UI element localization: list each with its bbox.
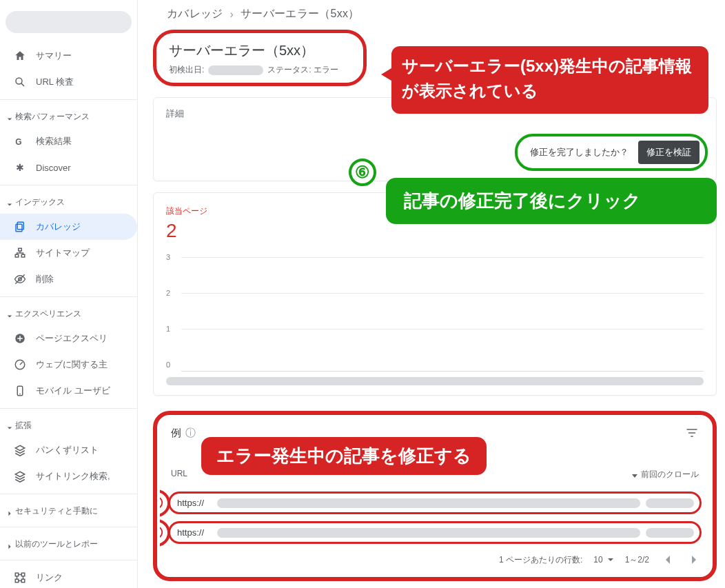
chevron-right-icon (7, 509, 12, 514)
sidebar: サマリー URL 検査 検索パフォーマンス G 検索結果 ✱ Discover … (0, 0, 138, 588)
step-6-badge: ⑥ (349, 159, 376, 186)
section-label: インデックス (15, 196, 65, 208)
help-icon[interactable]: ⓘ (185, 427, 196, 440)
url-redacted (217, 498, 640, 508)
svg-rect-8 (21, 254, 25, 257)
nav-label: ウェブに関する主 (36, 358, 108, 371)
chevron-down-icon (7, 114, 12, 120)
nav-label: 検索結果 (36, 135, 72, 148)
y-tick: 2 (166, 289, 170, 297)
sort-down-icon (631, 472, 638, 478)
layers-icon (14, 444, 26, 456)
divider (0, 408, 137, 409)
nav-section-enhancements[interactable]: 拡張 (0, 413, 137, 437)
svg-rect-5 (16, 224, 22, 232)
crawl-date-redacted (646, 528, 694, 538)
nav-section-performance[interactable]: 検索パフォーマンス (0, 104, 137, 128)
nav-section-legacy[interactable]: 以前のツールとレポー (0, 531, 137, 556)
nav-links[interactable]: リンク (0, 565, 137, 588)
annotation-green-bubble: 記事の修正完了後にクリック (386, 178, 717, 224)
svg-rect-4 (17, 222, 23, 230)
table-row[interactable]: ⑤ https:// (168, 521, 702, 544)
column-url[interactable]: URL (171, 469, 187, 480)
mobile-icon (14, 385, 26, 397)
chart-scrollbar[interactable] (166, 377, 704, 385)
section-label: 拡張 (15, 420, 32, 432)
divider (0, 296, 137, 297)
filter-icon[interactable] (685, 426, 699, 440)
chevron-down-icon (7, 312, 12, 317)
nav-label: サマリー (36, 50, 72, 62)
svg-text:✱: ✱ (16, 163, 24, 173)
chevron-down-icon (7, 423, 12, 429)
table-row[interactable]: ④ https:// (168, 491, 702, 514)
divider (0, 185, 137, 185)
nav-coverage[interactable]: カバレッジ (0, 214, 137, 240)
annotation-list-red: エラー発生中の記事を修正する (201, 437, 487, 475)
nav-summary[interactable]: サマリー (0, 43, 137, 69)
svg-rect-17 (15, 579, 19, 582)
y-tick: 0 (166, 361, 170, 369)
section-label: 以前のツールとレポー (15, 538, 98, 550)
link-icon (14, 571, 26, 584)
next-page-button[interactable] (686, 552, 702, 567)
nav-sitemaps[interactable]: サイトマップ (0, 240, 137, 266)
divider (0, 494, 137, 494)
examples-title: 例 (171, 427, 181, 440)
validate-box: 修正を完了しましたか？ 修正を検証 (515, 134, 708, 171)
nav-label: サイトリンク検索, (36, 470, 110, 483)
url-prefix: https:// (177, 527, 212, 538)
asterisk-icon: ✱ (14, 161, 26, 174)
breadcrumb: カバレッジ › サーバーエラー（5xx） (153, 4, 717, 30)
nav-page-experience[interactable]: ページエクスペリ (0, 325, 137, 352)
y-tick: 1 (166, 325, 170, 333)
nav-breadcrumbs[interactable]: パンくずリスト (0, 437, 137, 463)
nav-section-security[interactable]: セキュリティと手動に (0, 498, 137, 523)
nav-core-web-vitals[interactable]: ウェブに関する主 (0, 352, 137, 378)
main-content: カバレッジ › サーバーエラー（5xx） サーバーエラー（5xx） 初検出日: … (138, 0, 725, 588)
home-icon (14, 50, 26, 62)
nav-label: Discover (36, 163, 71, 173)
breadcrumb-root[interactable]: カバレッジ (167, 7, 223, 21)
nav-section-experience[interactable]: エクスペリエンス (0, 301, 137, 325)
validate-fix-button[interactable]: 修正を検証 (638, 141, 700, 164)
chevron-down-icon (7, 200, 12, 205)
svg-point-0 (16, 78, 22, 84)
nav-label: URL 検査 (36, 76, 74, 88)
examples-card: 例 ⓘ エラー発生中の記事を修正する URL 前回のクロール ④ https:/… (160, 418, 710, 574)
nav-search-results[interactable]: G 検索結果 (0, 128, 137, 154)
nav-removals[interactable]: 削除 (0, 266, 137, 292)
svg-line-1 (21, 83, 24, 86)
prev-page-button[interactable] (660, 552, 675, 567)
callout-arrow-icon (381, 66, 395, 83)
section-label: 検索パフォーマンス (15, 111, 90, 123)
y-tick: 3 (166, 253, 170, 261)
nav-mobile-usability[interactable]: モバイル ユーザビ (0, 378, 137, 404)
google-icon: G (14, 135, 26, 148)
layers-icon (14, 470, 26, 483)
rows-per-page-label: 1 ページあたりの行数: (499, 554, 582, 566)
bar-chart: 3 2 1 0 (166, 254, 704, 385)
section-label: セキュリティと手動に (15, 505, 98, 517)
divider (0, 527, 137, 527)
examples-annotation-wrap: 例 ⓘ エラー発生中の記事を修正する URL 前回のクロール ④ https:/… (153, 411, 717, 581)
svg-rect-7 (15, 254, 19, 257)
svg-rect-6 (19, 248, 22, 251)
gauge-icon (14, 358, 26, 371)
nav-url-inspect[interactable]: URL 検査 (0, 69, 137, 95)
annotation-step-4: ④ (160, 489, 170, 517)
column-last-crawl[interactable]: 前回のクロール (631, 469, 699, 480)
chevron-right-icon (7, 542, 12, 547)
property-selector[interactable] (6, 11, 132, 33)
nav-label: パンくずリスト (36, 444, 99, 456)
nav-discover[interactable]: ✱ Discover (0, 154, 137, 181)
nav-section-index[interactable]: インデックス (0, 190, 137, 214)
divider (0, 99, 137, 100)
rows-per-page-select[interactable]: 10 (593, 555, 613, 565)
breadcrumb-current: サーバーエラー（5xx） (241, 7, 360, 21)
nav-label: リンク (36, 571, 63, 584)
svg-text:G: G (15, 137, 21, 147)
svg-rect-15 (15, 573, 19, 576)
crawl-date-redacted (646, 498, 694, 508)
nav-sitelinks-search[interactable]: サイトリンク検索, (0, 463, 137, 489)
